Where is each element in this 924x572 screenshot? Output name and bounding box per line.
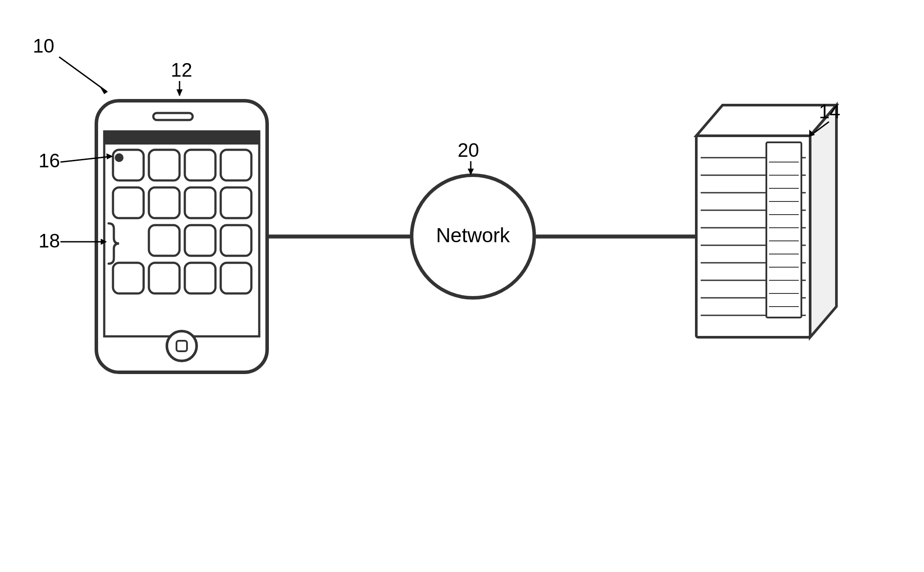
label-20: 20 (458, 139, 479, 161)
diagram: 10 12 (0, 0, 924, 572)
svg-rect-21 (113, 263, 144, 293)
svg-rect-16 (185, 187, 215, 218)
label-12: 12 (171, 59, 192, 81)
svg-rect-13 (221, 150, 251, 180)
svg-rect-15 (149, 187, 180, 218)
label-10: 10 (33, 35, 54, 56)
svg-rect-5 (153, 113, 193, 120)
svg-line-0 (59, 57, 107, 92)
svg-marker-37 (810, 105, 836, 337)
svg-rect-14 (113, 187, 144, 218)
svg-rect-18 (149, 225, 180, 256)
svg-rect-11 (149, 150, 180, 180)
label-16: 16 (39, 150, 60, 171)
svg-rect-48 (766, 142, 801, 318)
svg-point-25 (115, 153, 123, 162)
svg-rect-12 (185, 150, 215, 180)
svg-rect-9 (176, 341, 187, 351)
svg-rect-22 (149, 263, 180, 293)
svg-rect-20 (221, 225, 251, 256)
label-14: 14 (819, 101, 840, 122)
svg-rect-23 (185, 263, 215, 293)
svg-rect-19 (185, 225, 215, 256)
svg-marker-3 (176, 89, 183, 96)
label-18: 18 (39, 230, 60, 251)
svg-rect-24 (221, 263, 251, 293)
network-label: Network (436, 224, 511, 247)
svg-rect-7 (104, 131, 259, 145)
svg-rect-17 (221, 187, 251, 218)
